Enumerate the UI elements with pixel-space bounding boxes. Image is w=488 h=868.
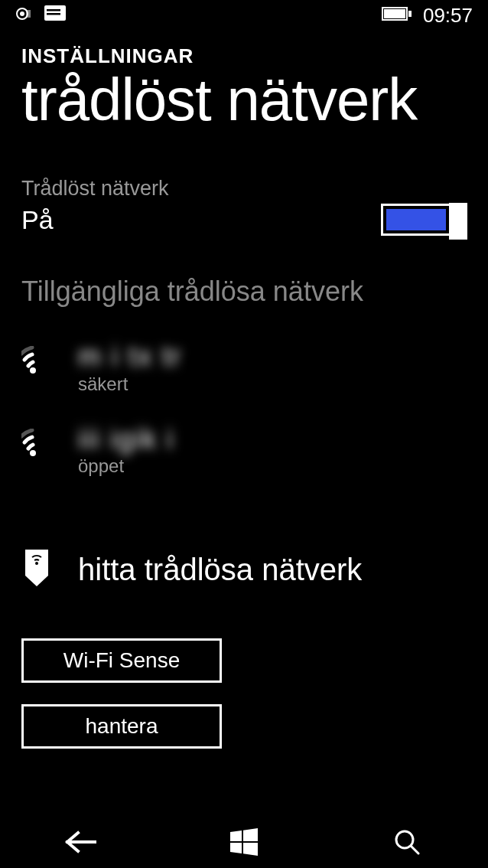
windows-icon (230, 828, 258, 856)
network-name: m i tx tr (78, 341, 467, 372)
wifi-sense-icon (21, 550, 52, 589)
start-button[interactable] (221, 819, 267, 865)
status-time: 09:57 (423, 4, 473, 28)
wifi-toggle-state: På (21, 205, 54, 235)
svg-rect-3 (47, 9, 60, 11)
search-button[interactable] (384, 819, 430, 865)
message-icon (44, 5, 66, 25)
back-button[interactable] (58, 819, 104, 865)
battery-icon (382, 6, 412, 24)
svg-point-8 (30, 367, 36, 374)
svg-point-10 (35, 562, 38, 565)
wifi-signal-icon (21, 346, 54, 377)
svg-rect-4 (47, 13, 60, 15)
status-bar: 09:57 (0, 0, 488, 31)
network-security: säkert (78, 374, 467, 395)
network-item[interactable]: iii igik i öppet (21, 424, 467, 478)
network-security: öppet (78, 455, 467, 477)
manage-button[interactable]: hantera (21, 704, 222, 749)
svg-rect-7 (408, 11, 412, 17)
available-networks-header: Tillgängliga trådlösa nätverk (21, 276, 467, 308)
wifi-toggle-switch[interactable] (381, 204, 467, 236)
network-item[interactable]: m i tx tr säkert (21, 341, 467, 395)
wifi-toggle-label: Trådlöst nätverk (21, 177, 467, 201)
svg-point-9 (30, 450, 36, 456)
wifi-sense-button[interactable]: Wi-Fi Sense (21, 638, 222, 683)
wifi-signal-icon (21, 429, 54, 459)
find-networks-label: hitta trådlösa nätverk (78, 553, 362, 587)
svg-point-1 (20, 11, 24, 16)
svg-rect-6 (384, 9, 405, 18)
find-networks-item[interactable]: hitta trådlösa nätverk (21, 550, 467, 589)
back-arrow-icon (64, 830, 98, 853)
breadcrumb: INSTÄLLNINGAR (21, 44, 467, 68)
network-name: iii igik i (78, 424, 467, 455)
page-title: trådlöst nätverk (21, 70, 467, 129)
navigation-bar (0, 816, 488, 868)
location-icon (15, 5, 34, 26)
search-icon (394, 829, 420, 855)
